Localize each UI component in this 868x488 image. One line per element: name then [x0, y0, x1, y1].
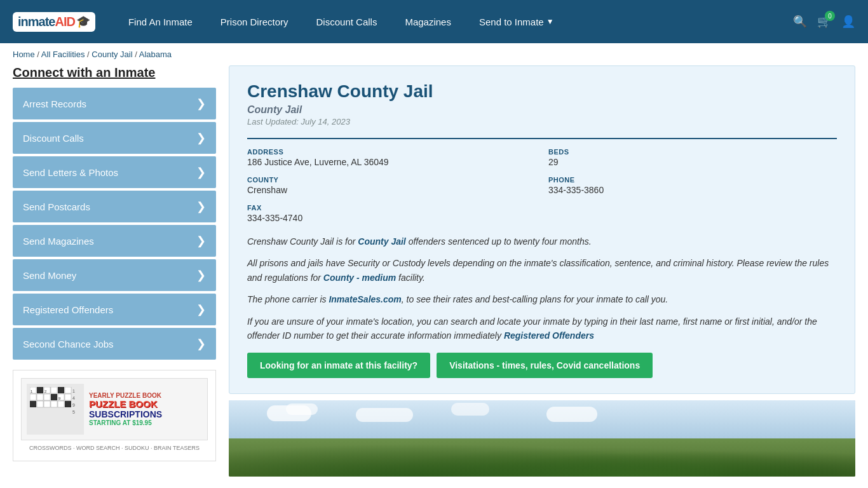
sidebar-item-label: Registered Offenders [23, 304, 113, 315]
arrow-icon: ❯ [196, 165, 206, 179]
county-medium-link[interactable]: County - medium [323, 273, 396, 283]
logo-hat-icon: 🎓 [76, 15, 90, 29]
sidebar-item-label: Second Chance Jobs [23, 339, 114, 349]
sidebar-item-arrest-records[interactable]: Arrest Records ❯ [13, 88, 216, 119]
svg-rect-5 [65, 387, 71, 393]
sidebar-item-label: Send Letters & Photos [23, 167, 118, 178]
county-group: COUNTY Crenshaw [247, 176, 536, 195]
facility-details: ADDRESS 186 Justice Ave, Luverne, AL 360… [247, 138, 837, 223]
ad-types-label: CROSSWORDS · WORD SEARCH · SUDOKU · BRAI… [29, 443, 200, 453]
fax-group: FAX 334-335-4740 [247, 204, 536, 223]
facility-desc-4: If you are unsure of your inmate's locat… [247, 315, 837, 343]
phone-label: PHONE [548, 176, 837, 184]
sidebar-item-label: Arrest Records [23, 98, 86, 109]
looking-for-inmate-button[interactable]: Looking for an inmate at this facility? [247, 353, 430, 378]
facility-updated: Last Updated: July 14, 2023 [247, 117, 837, 126]
address-label: ADDRESS [247, 148, 536, 156]
svg-rect-14 [44, 401, 50, 407]
sidebar-ad[interactable]: 1 2 9 4 1 4 9 5 YEARLY PUZZLE BOOK [13, 370, 216, 461]
cart-badge: 0 [825, 11, 835, 21]
user-icon: 👤 [841, 15, 855, 28]
arrow-icon: ❯ [196, 234, 206, 248]
nav-prison-directory[interactable]: Prison Directory [207, 17, 302, 27]
breadcrumb-state[interactable]: Alabama [139, 50, 172, 59]
phone-value: 334-335-3860 [548, 185, 837, 195]
breadcrumb-county-jail[interactable]: County Jail [92, 50, 132, 59]
sidebar-item-send-postcards[interactable]: Send Postcards ❯ [13, 191, 216, 222]
arrow-icon: ❯ [196, 97, 206, 111]
beds-label: BEDS [548, 148, 837, 156]
search-button[interactable]: 🔍 [793, 15, 807, 29]
sidebar-item-label: Discount Calls [23, 133, 84, 144]
sidebar-item-send-letters[interactable]: Send Letters & Photos ❯ [13, 156, 216, 188]
nav-send-to-inmate[interactable]: Send to Inmate ▼ [465, 17, 568, 27]
facility-card: Crenshaw County Jail County Jail Last Up… [229, 65, 855, 394]
account-button[interactable]: 👤 [841, 15, 855, 29]
cart-button[interactable]: 🛒 0 [817, 15, 831, 29]
sidebar-menu: Arrest Records ❯ Discount Calls ❯ Send L… [13, 88, 216, 360]
cloud-4 [451, 403, 489, 416]
facility-type: County Jail [247, 104, 837, 116]
visitations-button[interactable]: Visitations - times, rules, Covid cancel… [437, 353, 653, 378]
sidebar-item-send-money[interactable]: Send Money ❯ [13, 259, 216, 291]
svg-rect-15 [51, 401, 57, 407]
county-label: COUNTY [247, 176, 536, 184]
nav-discount-calls[interactable]: Discount Calls [302, 17, 391, 27]
breadcrumb-home[interactable]: Home [13, 50, 35, 59]
fax-value: 334-335-4740 [247, 213, 536, 223]
beds-group: BEDS 29 [548, 148, 837, 167]
sidebar-item-second-chance-jobs[interactable]: Second Chance Jobs ❯ [13, 328, 216, 360]
svg-text:9: 9 [72, 403, 75, 407]
svg-rect-6 [30, 394, 36, 400]
cloud-2 [286, 403, 318, 415]
sidebar-title: Connect with an Inmate [13, 65, 216, 80]
search-icon: 🔍 [793, 15, 807, 28]
sidebar-item-label: Send Postcards [23, 201, 90, 212]
facility-buttons: Looking for an inmate at this facility? … [247, 353, 837, 378]
breadcrumb: Home / All Facilities / County Jail / Al… [0, 43, 868, 65]
phone-group: PHONE 334-335-3860 [548, 176, 837, 195]
sidebar-item-label: Send Magazines [23, 236, 94, 247]
main-nav: Find An Inmate Prison Directory Discount… [114, 17, 787, 27]
address-group: ADDRESS 186 Justice Ave, Luverne, AL 360… [247, 148, 536, 167]
nav-magazines[interactable]: Magazines [391, 17, 465, 27]
svg-rect-12 [30, 401, 36, 407]
facility-photo [229, 400, 855, 477]
inmate-sales-link[interactable]: InmateSales.com [329, 294, 401, 304]
facility-name: Crenshaw County Jail [247, 81, 837, 102]
nav-icons: 🔍 🛒 0 👤 [793, 15, 855, 29]
ad-content: 1 2 9 4 1 4 9 5 YEARLY PUZZLE BOOK [13, 370, 215, 461]
svg-rect-4 [58, 387, 64, 393]
nav-find-inmate[interactable]: Find An Inmate [114, 17, 207, 27]
cloud-5 [546, 407, 597, 422]
sidebar: Connect with an Inmate Arrest Records ❯ … [13, 65, 216, 477]
registered-offenders-link[interactable]: Registered Offenders [504, 330, 594, 341]
svg-rect-16 [58, 401, 64, 407]
svg-rect-1 [37, 387, 43, 393]
header: inmateAID 🎓 Find An Inmate Prison Direct… [0, 0, 868, 43]
county-jail-link[interactable]: County Jail [358, 236, 405, 247]
logo-area[interactable]: inmateAID 🎓 [13, 12, 95, 32]
sidebar-item-send-magazines[interactable]: Send Magazines ❯ [13, 225, 216, 257]
chevron-down-icon: ▼ [546, 17, 554, 26]
sidebar-item-registered-offenders[interactable]: Registered Offenders ❯ [13, 294, 216, 325]
arrow-icon: ❯ [196, 200, 206, 214]
fax-label: FAX [247, 204, 536, 212]
svg-text:5: 5 [72, 410, 75, 414]
logo-inmate: inmate [18, 15, 55, 29]
cloud-3 [356, 408, 413, 422]
svg-rect-8 [44, 394, 50, 400]
svg-rect-7 [37, 394, 43, 400]
svg-rect-11 [65, 394, 71, 400]
crossword-puzzle-icon: 1 2 9 4 1 4 9 5 [30, 387, 81, 431]
svg-rect-3 [51, 387, 57, 393]
sidebar-item-discount-calls[interactable]: Discount Calls ❯ [13, 122, 216, 154]
ad-sub-label: SUBSCRIPTIONS [89, 410, 202, 419]
facility-desc-2: All prisons and jails have Security or C… [247, 256, 837, 285]
logo-aid: AID [55, 15, 74, 29]
arrow-icon: ❯ [196, 268, 206, 282]
breadcrumb-all-facilities[interactable]: All Facilities [41, 50, 85, 59]
facility-desc-1: Crenshaw County Jail is for County Jail … [247, 234, 837, 248]
content-area: Crenshaw County Jail County Jail Last Up… [229, 65, 855, 477]
county-value: Crenshaw [247, 185, 536, 195]
